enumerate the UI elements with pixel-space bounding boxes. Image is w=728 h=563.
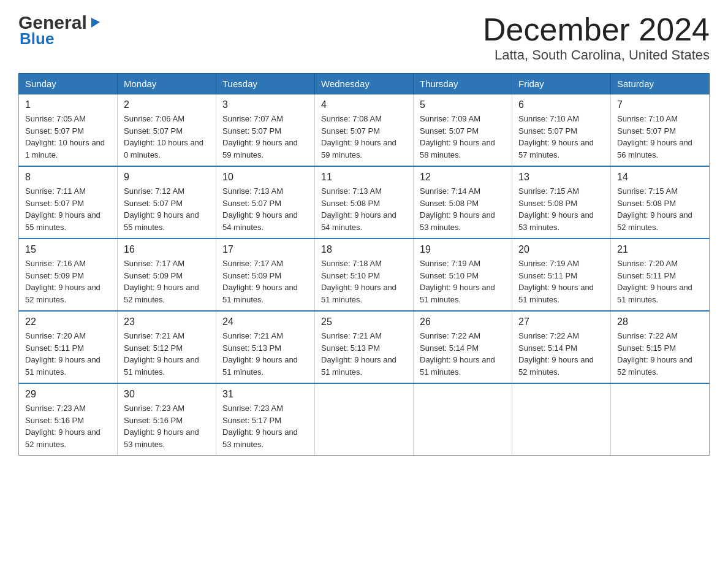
calendar-day-15: 15 Sunrise: 7:16 AM Sunset: 5:09 PM Dayl… <box>19 239 118 311</box>
sunset-label: Sunset: 5:17 PM <box>222 416 281 425</box>
calendar-week-3: 15 Sunrise: 7:16 AM Sunset: 5:09 PM Dayl… <box>19 239 710 311</box>
sunset-label: Sunset: 5:11 PM <box>25 343 84 353</box>
calendar-day-13: 13 Sunrise: 7:15 AM Sunset: 5:08 PM Dayl… <box>512 166 611 239</box>
calendar-day-21: 21 Sunrise: 7:20 AM Sunset: 5:11 PM Dayl… <box>611 239 710 311</box>
sunrise-label: Sunrise: 7:22 AM <box>617 331 678 340</box>
calendar-week-1: 1 Sunrise: 7:05 AM Sunset: 5:07 PM Dayli… <box>19 94 710 167</box>
day-info: Sunrise: 7:23 AM Sunset: 5:16 PM Dayligh… <box>25 402 111 450</box>
calendar-day-6: 6 Sunrise: 7:10 AM Sunset: 5:07 PM Dayli… <box>512 94 611 167</box>
daylight-label: Daylight: 9 hours and 52 minutes. <box>25 427 100 449</box>
daylight-label: Daylight: 9 hours and 51 minutes. <box>518 283 594 304</box>
day-info: Sunrise: 7:16 AM Sunset: 5:09 PM Dayligh… <box>25 258 111 305</box>
calendar-day-28: 28 Sunrise: 7:22 AM Sunset: 5:15 PM Dayl… <box>611 311 710 383</box>
sunrise-label: Sunrise: 7:14 AM <box>420 186 480 196</box>
weekday-header-friday: Friday <box>512 74 611 94</box>
day-info: Sunrise: 7:21 AM Sunset: 5:12 PM Dayligh… <box>124 330 210 378</box>
location-title: Latta, South Carolina, United States <box>483 47 710 63</box>
daylight-label: Daylight: 9 hours and 51 minutes. <box>321 283 396 304</box>
day-info: Sunrise: 7:21 AM Sunset: 5:13 PM Dayligh… <box>321 330 407 378</box>
sunset-label: Sunset: 5:09 PM <box>222 271 281 280</box>
day-number: 11 <box>321 172 407 183</box>
calendar-day-23: 23 Sunrise: 7:21 AM Sunset: 5:12 PM Dayl… <box>118 311 216 383</box>
sunrise-label: Sunrise: 7:22 AM <box>518 331 579 340</box>
day-info: Sunrise: 7:09 AM Sunset: 5:07 PM Dayligh… <box>420 113 506 161</box>
calendar-day-14: 14 Sunrise: 7:15 AM Sunset: 5:08 PM Dayl… <box>611 166 710 239</box>
day-info: Sunrise: 7:10 AM Sunset: 5:07 PM Dayligh… <box>518 113 604 161</box>
day-number: 6 <box>518 99 604 110</box>
calendar-day-17: 17 Sunrise: 7:17 AM Sunset: 5:09 PM Dayl… <box>216 239 315 311</box>
daylight-label: Daylight: 10 hours and 1 minute. <box>25 138 105 159</box>
day-info: Sunrise: 7:13 AM Sunset: 5:08 PM Dayligh… <box>321 185 407 233</box>
day-number: 4 <box>321 99 407 110</box>
daylight-label: Daylight: 9 hours and 52 minutes. <box>25 283 100 304</box>
logo-triangle-icon <box>89 15 102 31</box>
daylight-label: Daylight: 9 hours and 58 minutes. <box>420 138 495 159</box>
sunrise-label: Sunrise: 7:21 AM <box>321 331 382 340</box>
sunset-label: Sunset: 5:14 PM <box>518 343 577 353</box>
day-number: 28 <box>617 316 703 327</box>
day-number: 18 <box>321 244 407 255</box>
daylight-label: Daylight: 9 hours and 51 minutes. <box>617 283 692 304</box>
sunset-label: Sunset: 5:07 PM <box>420 126 479 136</box>
calendar-day-24: 24 Sunrise: 7:21 AM Sunset: 5:13 PM Dayl… <box>216 311 315 383</box>
day-info: Sunrise: 7:13 AM Sunset: 5:07 PM Dayligh… <box>222 185 308 233</box>
daylight-label: Daylight: 9 hours and 54 minutes. <box>222 210 298 232</box>
day-number: 27 <box>518 316 604 327</box>
sunrise-label: Sunrise: 7:07 AM <box>222 114 283 123</box>
calendar-day-8: 8 Sunrise: 7:11 AM Sunset: 5:07 PM Dayli… <box>19 166 118 239</box>
sunset-label: Sunset: 5:08 PM <box>321 199 380 208</box>
sunset-label: Sunset: 5:09 PM <box>25 271 84 280</box>
sunrise-label: Sunrise: 7:12 AM <box>124 186 184 196</box>
weekday-header-saturday: Saturday <box>611 74 710 94</box>
day-number: 7 <box>617 99 703 110</box>
logo-area: General Blue <box>18 12 102 48</box>
day-number: 31 <box>222 389 308 400</box>
day-number: 16 <box>124 244 210 255</box>
sunrise-label: Sunrise: 7:21 AM <box>124 331 184 340</box>
sunrise-label: Sunrise: 7:20 AM <box>25 331 86 340</box>
svg-marker-0 <box>91 18 100 28</box>
day-info: Sunrise: 7:22 AM Sunset: 5:14 PM Dayligh… <box>420 330 506 378</box>
daylight-label: Daylight: 9 hours and 51 minutes. <box>420 355 495 377</box>
sunrise-label: Sunrise: 7:18 AM <box>321 259 382 268</box>
daylight-label: Daylight: 9 hours and 52 minutes. <box>518 355 594 377</box>
daylight-label: Daylight: 9 hours and 53 minutes. <box>420 210 495 232</box>
weekday-header-row: SundayMondayTuesdayWednesdayThursdayFrid… <box>19 74 710 94</box>
weekday-header-wednesday: Wednesday <box>315 74 414 94</box>
sunrise-label: Sunrise: 7:16 AM <box>25 259 86 268</box>
daylight-label: Daylight: 9 hours and 52 minutes. <box>617 210 692 232</box>
sunrise-label: Sunrise: 7:13 AM <box>222 186 283 196</box>
daylight-label: Daylight: 9 hours and 53 minutes. <box>518 210 594 232</box>
day-number: 12 <box>420 172 506 183</box>
sunset-label: Sunset: 5:07 PM <box>25 126 84 136</box>
sunset-label: Sunset: 5:11 PM <box>518 271 577 280</box>
month-title: December 2024 <box>483 12 710 47</box>
sunset-label: Sunset: 5:14 PM <box>420 343 479 353</box>
calendar-day-2: 2 Sunrise: 7:06 AM Sunset: 5:07 PM Dayli… <box>118 94 216 167</box>
day-number: 17 <box>222 244 308 255</box>
calendar-day-10: 10 Sunrise: 7:13 AM Sunset: 5:07 PM Dayl… <box>216 166 315 239</box>
sunrise-label: Sunrise: 7:19 AM <box>420 259 480 268</box>
sunset-label: Sunset: 5:07 PM <box>25 199 84 208</box>
sunset-label: Sunset: 5:13 PM <box>222 343 281 353</box>
day-number: 29 <box>25 389 111 400</box>
daylight-label: Daylight: 9 hours and 51 minutes. <box>25 355 100 377</box>
sunrise-label: Sunrise: 7:23 AM <box>222 404 283 413</box>
calendar-table: SundayMondayTuesdayWednesdayThursdayFrid… <box>18 73 710 456</box>
day-number: 24 <box>222 316 308 327</box>
day-number: 14 <box>617 172 703 183</box>
day-info: Sunrise: 7:23 AM Sunset: 5:17 PM Dayligh… <box>222 402 308 450</box>
daylight-label: Daylight: 9 hours and 59 minutes. <box>321 138 396 159</box>
calendar-day-empty <box>611 383 710 456</box>
sunrise-label: Sunrise: 7:23 AM <box>124 404 184 413</box>
daylight-label: Daylight: 9 hours and 51 minutes. <box>222 355 298 377</box>
day-number: 1 <box>25 99 111 110</box>
calendar-day-16: 16 Sunrise: 7:17 AM Sunset: 5:09 PM Dayl… <box>118 239 216 311</box>
day-info: Sunrise: 7:20 AM Sunset: 5:11 PM Dayligh… <box>25 330 111 378</box>
day-info: Sunrise: 7:22 AM Sunset: 5:14 PM Dayligh… <box>518 330 604 378</box>
calendar-day-29: 29 Sunrise: 7:23 AM Sunset: 5:16 PM Dayl… <box>19 383 118 456</box>
sunrise-label: Sunrise: 7:20 AM <box>617 259 678 268</box>
sunrise-label: Sunrise: 7:21 AM <box>222 331 283 340</box>
day-number: 9 <box>124 172 210 183</box>
sunset-label: Sunset: 5:07 PM <box>617 126 676 136</box>
